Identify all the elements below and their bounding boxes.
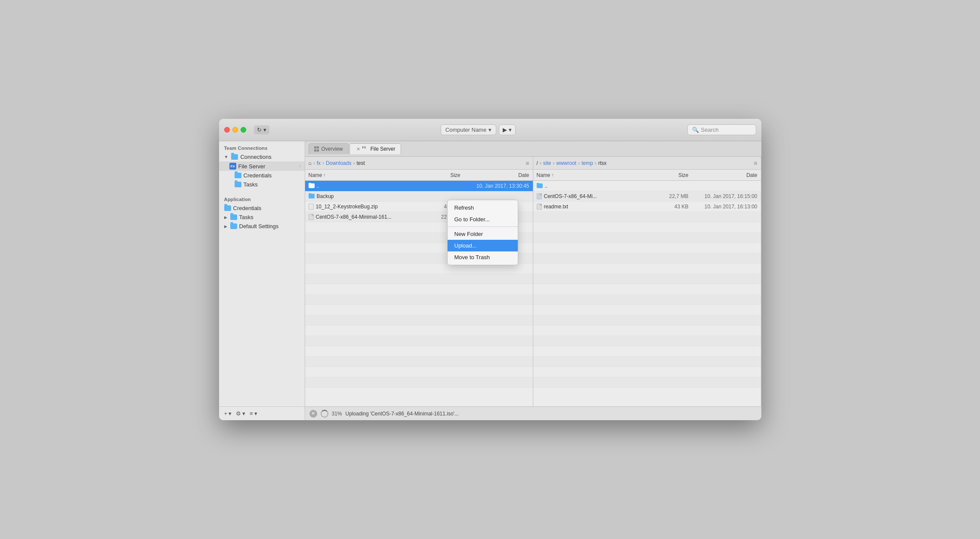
panels-container: ⌂ › fx › Downloads › test ≡ Name ↑ (305, 157, 761, 406)
sidebar-item-connections[interactable]: ▼ Connections (219, 152, 305, 161)
tab-fx-icon: FX (362, 146, 368, 152)
breadcrumb-downloads[interactable]: Downloads (326, 160, 351, 166)
empty-row (533, 274, 761, 284)
tab-file-server-label: File Server (371, 146, 396, 152)
computer-name-dropdown-icon: ▾ (488, 127, 492, 133)
tasks-folder-icon (235, 182, 241, 187)
left-file-row-dotdot[interactable]: .. 10. Jan 2017, 13:30:45 (305, 181, 533, 191)
folder-icon (537, 183, 543, 188)
right-panel-menu[interactable]: ≡ (754, 160, 757, 167)
cancel-upload-button[interactable]: ✕ (309, 410, 317, 418)
titlebar-center: Computer Name ▾ ▶ ▾ (274, 124, 683, 135)
refresh-dropdown-icon: ▾ (263, 127, 266, 133)
file-name-text: CentOS-7-x86_64-Mi... (544, 193, 597, 199)
ctx-new-folder[interactable]: New Folder (448, 228, 518, 240)
menu-button[interactable]: ≡ ▾ (250, 410, 257, 417)
sidebar-item-app-tasks[interactable]: ▶ Tasks (219, 213, 305, 222)
file-server-label: File Server (238, 163, 266, 170)
empty-row (305, 356, 533, 367)
right-panel-breadcrumb: / › site › wwwroot › temp › rtsx ≡ (533, 157, 761, 170)
right-breadcrumb-rtsx[interactable]: rtsx (598, 160, 606, 166)
ctx-upload[interactable]: Upload... (448, 240, 518, 251)
application-header: Application (219, 192, 305, 204)
add-button[interactable]: + ▾ (224, 410, 232, 417)
computer-name-button[interactable]: Computer Name ▾ (441, 124, 496, 135)
left-col-name[interactable]: Name ↑ (309, 172, 426, 178)
right-file-row-centos[interactable]: CentOS-7-x86_64-Mi... 22,7 MB 10. Jan 20… (533, 191, 761, 201)
empty-row (533, 294, 761, 305)
folder-icon (309, 183, 315, 188)
left-panel: ⌂ › fx › Downloads › test ≡ Name ↑ (305, 157, 533, 406)
empty-row (533, 356, 761, 367)
left-col-date[interactable]: Date (461, 172, 529, 178)
ctx-go-to-folder[interactable]: Go to Folder... (448, 214, 518, 225)
tab-overview[interactable]: Overview (309, 143, 349, 154)
sidebar: Team Connections ▼ Connections FX File S… (219, 141, 305, 420)
right-breadcrumb-temp[interactable]: temp (581, 160, 593, 166)
right-col-size[interactable]: Size (654, 172, 689, 178)
settings-button[interactable]: ⚙ ▾ (236, 410, 245, 417)
sidebar-item-default-settings[interactable]: ▶ Default Settings (219, 222, 305, 231)
empty-row (305, 274, 533, 284)
connections-label: Connections (240, 154, 271, 160)
right-file-row-readme[interactable]: readme.txt 43 KB 10. Jan 2017, 16:13:00 (533, 201, 761, 212)
main-content: Team Connections ▼ Connections FX File S… (219, 141, 761, 420)
tab-close-icon[interactable]: ✕ (356, 146, 360, 152)
tab-file-server[interactable]: ✕ FX File Server (349, 143, 401, 154)
sidebar-bottom: + ▾ ⚙ ▾ ≡ ▾ (219, 406, 305, 420)
menu-dropdown-icon: ▾ (254, 410, 257, 417)
right-panel: / › site › wwwroot › temp › rtsx ≡ (533, 157, 761, 406)
play-dropdown-icon: ▾ (509, 127, 512, 133)
left-col-size[interactable]: Size (426, 172, 461, 178)
default-settings-label: Default Settings (239, 223, 279, 229)
right-breadcrumb-site[interactable]: site (543, 160, 551, 166)
file-icon (537, 193, 542, 199)
right-file-row-dotdot[interactable]: .. (533, 181, 761, 191)
refresh-button[interactable]: ↻ ▾ (254, 125, 269, 134)
app-credentials-folder-icon (224, 205, 231, 211)
sidebar-item-app-credentials[interactable]: Credentials (219, 204, 305, 213)
app-tasks-folder-icon (230, 214, 237, 220)
tabs-bar: Overview ✕ FX File Server (305, 141, 761, 157)
play-button[interactable]: ▶ ▾ (499, 124, 516, 135)
breadcrumb-fx[interactable]: fx (317, 160, 321, 166)
empty-row (533, 232, 761, 243)
settings-dropdown-icon: ▾ (242, 410, 245, 417)
empty-row (533, 346, 761, 356)
chevron-down-icon: ▼ (224, 155, 229, 159)
gear-icon: ⚙ (236, 410, 241, 417)
right-file-list: .. CentOS-7-x86_64-Mi... 22,7 MB 10. J (533, 181, 761, 406)
minimize-button[interactable] (232, 127, 238, 133)
breadcrumb-test[interactable]: test (356, 160, 365, 166)
upload-indicator: ↑ (299, 164, 301, 169)
empty-row (533, 325, 761, 336)
team-connections-header: Team Connections (219, 141, 305, 152)
close-button[interactable] (224, 127, 230, 133)
sidebar-item-file-server[interactable]: FX File Server ↑ (219, 161, 305, 171)
right-breadcrumb-wwwroot[interactable]: wwwroot (556, 160, 577, 166)
progress-indicator (321, 410, 328, 418)
ctx-refresh[interactable]: Refresh (448, 202, 518, 214)
connections-folder-icon (231, 154, 238, 160)
maximize-button[interactable] (241, 127, 246, 133)
file-name-text: CentOS-7-x86_64-Minimal-161... (316, 214, 392, 220)
ctx-separator (448, 226, 518, 227)
left-panel-columns: Name ↑ Size Date (305, 170, 533, 181)
context-menu: Refresh Go to Folder... New Folder Uploa… (447, 200, 518, 265)
left-panel-menu[interactable]: ≡ (526, 160, 529, 167)
empty-row (533, 315, 761, 325)
right-col-date[interactable]: Date (689, 172, 757, 178)
grid-icon (314, 146, 319, 152)
search-box[interactable]: 🔍 Search (687, 124, 756, 135)
upload-message: Uploading 'CentOS-7-x86_64-Minimal-1611.… (346, 411, 459, 417)
sidebar-item-tasks[interactable]: Tasks (219, 180, 305, 189)
empty-row (305, 367, 533, 377)
sidebar-item-credentials[interactable]: Credentials (219, 171, 305, 180)
right-col-name[interactable]: Name ↑ (537, 172, 654, 178)
ctx-move-to-trash[interactable]: Move to Trash (448, 251, 518, 263)
empty-row (533, 284, 761, 294)
home-icon: ⌂ (309, 160, 312, 166)
fx-icon: FX (229, 163, 236, 170)
right-breadcrumb-root[interactable]: / (537, 160, 538, 166)
file-name-text: Backup (317, 193, 334, 199)
